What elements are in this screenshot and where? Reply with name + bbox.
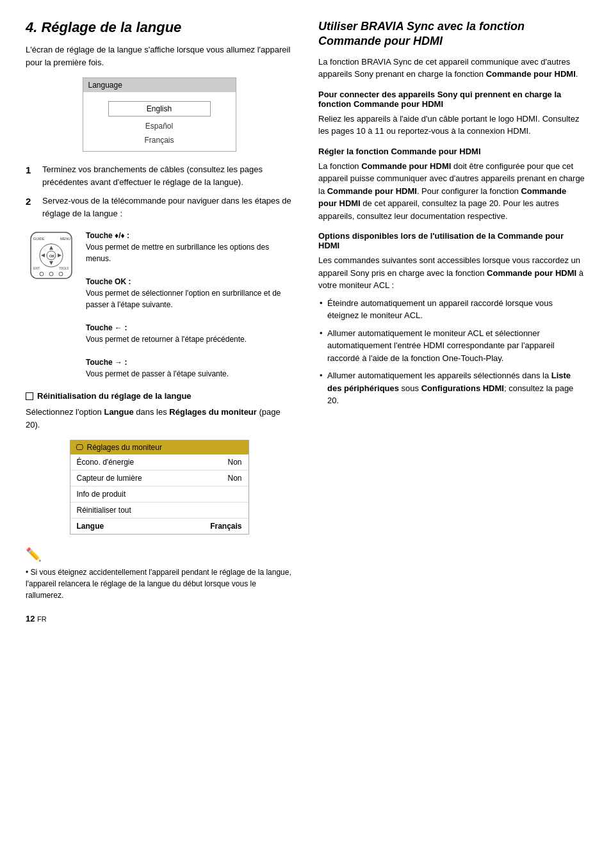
sub2-bold2: Commande pour HDMI xyxy=(327,186,417,196)
key-left-label: Touche ← : xyxy=(86,323,127,332)
monitor-icon: 🖵 xyxy=(76,443,83,452)
monitor-row-econo-value: Non xyxy=(227,458,241,467)
left-column: 4. Réglage de la langue L'écran de régla… xyxy=(26,19,293,623)
remote-keys: Touche ♦/♦ : Vous permet de mettre en su… xyxy=(86,230,293,380)
reset-bold-reglages: Réglages du moniteur xyxy=(169,407,257,417)
svg-marker-7 xyxy=(58,253,61,257)
step-1: 1 Terminez vos branchements de câbles (c… xyxy=(26,163,293,188)
svg-text:MENU: MENU xyxy=(60,237,70,241)
section-title-right: Utiliser BRAVIA Sync avec la fonction Co… xyxy=(318,19,585,49)
monitor-row-info-label: Info de produit xyxy=(77,490,126,499)
intro-text: L'écran de réglage de la langue s'affich… xyxy=(26,44,293,68)
svg-text:OK: OK xyxy=(49,254,54,258)
monitor-row-capteur: Capteur de lumière Non xyxy=(70,470,248,486)
page-number: 12 FR xyxy=(26,614,293,623)
page-layout: 4. Réglage de la langue L'écran de régla… xyxy=(26,19,585,623)
sub2-bold1: Commande pour HDMI xyxy=(361,161,451,171)
reset-title-text: Réinitialisation du réglage de la langue xyxy=(37,391,191,401)
bullet-2-text: Allumer automatiquement le moniteur ACL … xyxy=(327,328,555,363)
bullet-1-text: Éteindre automatiquement un appareil rac… xyxy=(327,298,553,321)
monitor-title-text: Réglages du moniteur xyxy=(87,443,162,452)
lang-option-espanol: Español xyxy=(83,119,236,133)
remote-diagram: GUIDE MENU OK EXIT xyxy=(26,230,77,380)
remote-section: GUIDE MENU OK EXIT xyxy=(26,230,293,380)
note-icon: ✏️ xyxy=(26,545,293,564)
step-num-1: 1 xyxy=(26,163,36,188)
lang-dialog-body: English Español Français xyxy=(83,92,236,151)
svg-text:EXIT: EXIT xyxy=(33,267,40,270)
bullet-3-text: Allumer automatiquement les appareils sé… xyxy=(327,371,573,405)
monitor-row-capteur-label: Capteur de lumière xyxy=(77,474,142,483)
reset-section: Réinitialisation du réglage de la langue… xyxy=(26,391,293,431)
monitor-dialog-title: 🖵 Réglages du moniteur xyxy=(70,440,248,454)
monitor-dialog: 🖵 Réglages du moniteur Écono. d'énergie … xyxy=(70,440,249,534)
monitor-row-info: Info de produit xyxy=(70,486,248,502)
lang-option-francais: Français xyxy=(83,133,236,147)
bullet-1: Éteindre automatiquement un appareil rac… xyxy=(318,297,585,322)
bullet-3-bold2: Configurations HDMI xyxy=(421,383,504,393)
checkbox-icon xyxy=(26,392,33,400)
subsection-3-intro: Les commandes suivantes sont accessibles… xyxy=(318,254,585,292)
reset-text: Sélectionnez l'option Langue dans les Ré… xyxy=(26,406,293,431)
key-arrows-desc: Vous permet de mettre en surbrillance le… xyxy=(86,243,269,263)
key-ok-desc: Vous permet de sélectionner l'option en … xyxy=(86,289,281,309)
key-arrows: Touche ♦/♦ : Vous permet de mettre en su… xyxy=(86,230,293,264)
step-2: 2 Servez-vous de la télécommande pour na… xyxy=(26,195,293,220)
bullet-3: Allumer automatiquement les appareils sé… xyxy=(318,369,585,407)
svg-marker-6 xyxy=(41,253,45,257)
key-right-label: Touche → : xyxy=(86,358,127,367)
note-section: ✏️ • Si vous éteignez accidentellement l… xyxy=(26,545,293,601)
svg-point-13 xyxy=(49,272,53,276)
subsection-1-text: Reliez les appareils à l'aide d'un câble… xyxy=(318,113,585,138)
monitor-row-langue: Langue Français xyxy=(70,518,248,534)
subsection-title-3: Options disponibles lors de l'utilisatio… xyxy=(318,231,585,250)
remote-svg: GUIDE MENU OK EXIT xyxy=(26,230,77,281)
svg-marker-5 xyxy=(49,261,53,265)
monitor-row-reinit-label: Réinitialiser tout xyxy=(77,506,131,515)
monitor-row-reinit: Réinitialiser tout xyxy=(70,502,248,518)
monitor-row-econo-label: Écono. d'énergie xyxy=(77,458,134,467)
subsection-title-1: Pour connecter des appareils Sony qui pr… xyxy=(318,90,585,109)
right-intro: La fonction BRAVIA Sync de cet appareil … xyxy=(318,56,585,81)
page-suffix: FR xyxy=(37,615,47,623)
sub3-bold: Commande pour HDMI xyxy=(487,268,576,278)
step-2-text: Servez-vous de la télécommande pour navi… xyxy=(42,195,293,220)
key-left-desc: Vous permet de retourner à l'étape précé… xyxy=(86,335,247,344)
subsection-title-2: Régler la fonction Commande pour HDMI xyxy=(318,147,585,156)
monitor-row-capteur-value: Non xyxy=(227,474,241,483)
reset-title: Réinitialisation du réglage de la langue xyxy=(26,391,293,401)
bullet-list: Éteindre automatiquement un appareil rac… xyxy=(318,297,585,407)
monitor-row-langue-label: Langue xyxy=(77,522,104,531)
reset-bold-langue: Langue xyxy=(104,407,133,417)
steps-list: 1 Terminez vos branchements de câbles (c… xyxy=(26,163,293,220)
key-left: Touche ← : Vous permet de retourner à l'… xyxy=(86,322,293,345)
right-intro-bold: Commande pour HDMI xyxy=(486,69,576,79)
monitor-dialog-body: Écono. d'énergie Non Capteur de lumière … xyxy=(70,454,248,534)
svg-text:GUIDE: GUIDE xyxy=(33,237,45,241)
subsection-2-text: La fonction Commande pour HDMI doit être… xyxy=(318,160,585,223)
key-ok-label: Touche OK : xyxy=(86,277,131,286)
lang-option-english: English xyxy=(108,101,211,117)
right-column: Utiliser BRAVIA Sync avec la fonction Co… xyxy=(318,19,585,623)
section-title-left: 4. Réglage de la langue xyxy=(26,19,293,36)
bullet-2: Allumer automatiquement le moniteur ACL … xyxy=(318,327,585,365)
lang-dialog-title: Language xyxy=(83,78,236,92)
svg-text:TOOLS: TOOLS xyxy=(59,267,69,270)
svg-point-12 xyxy=(40,272,44,276)
language-dialog: Language English Español Français xyxy=(83,77,236,152)
key-arrows-label: Touche ♦/♦ : xyxy=(86,231,129,240)
step-num-2: 2 xyxy=(26,195,36,220)
svg-point-14 xyxy=(59,272,63,276)
monitor-row-langue-value: Français xyxy=(210,522,241,531)
key-right-desc: Vous permet de passer à l'étape suivante… xyxy=(86,369,229,378)
step-1-text: Terminez vos branchements de câbles (con… xyxy=(42,163,293,188)
note-text: • Si vous éteignez accidentellement l'ap… xyxy=(26,567,293,601)
monitor-row-econo: Écono. d'énergie Non xyxy=(70,454,248,470)
key-ok: Touche OK : Vous permet de sélectionner … xyxy=(86,276,293,310)
key-right: Touche → : Vous permet de passer à l'éta… xyxy=(86,357,293,380)
svg-marker-4 xyxy=(49,246,53,250)
